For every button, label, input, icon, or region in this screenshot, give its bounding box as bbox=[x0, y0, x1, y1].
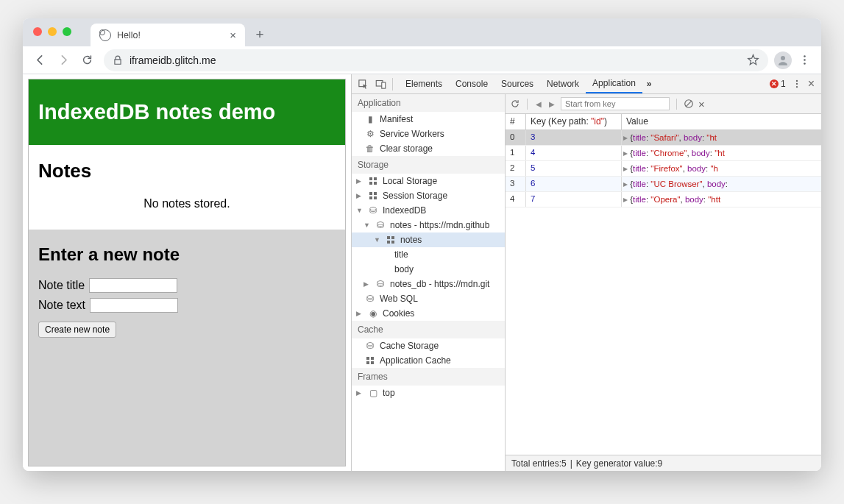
tab-sources[interactable]: Sources bbox=[494, 74, 540, 93]
devtools-tabbar: Elements Console Sources Network Applica… bbox=[352, 74, 821, 94]
section-frames: Frames bbox=[352, 368, 505, 386]
devtools: Elements Console Sources Network Applica… bbox=[351, 74, 821, 471]
profile-button[interactable] bbox=[774, 52, 792, 69]
sidebar-item-app-cache[interactable]: Application Cache bbox=[352, 353, 505, 368]
browser-tab[interactable]: Hello! × bbox=[91, 24, 245, 46]
grid-icon bbox=[368, 192, 378, 199]
grid-icon bbox=[386, 236, 396, 244]
devtools-tabs: Elements Console Sources Network Applica… bbox=[399, 74, 642, 93]
tab-title: Hello! bbox=[117, 30, 141, 40]
maximize-window-button[interactable] bbox=[63, 27, 71, 36]
sidebar-item-cache-storage[interactable]: ⛁Cache Storage bbox=[352, 338, 505, 353]
menu-button[interactable] bbox=[793, 49, 815, 71]
application-sidebar: Application ▮Manifest ⚙Service Workers 🗑… bbox=[352, 94, 506, 471]
file-icon: ▮ bbox=[365, 114, 375, 124]
svg-point-8 bbox=[795, 83, 797, 85]
sidebar-item-clear-storage[interactable]: 🗑Clear storage bbox=[352, 141, 505, 156]
reload-button[interactable] bbox=[76, 49, 98, 71]
sidebar-item-manifest[interactable]: ▮Manifest bbox=[352, 112, 505, 127]
device-toolbar-button[interactable] bbox=[372, 74, 389, 93]
sidebar-item-index-title[interactable]: title bbox=[352, 247, 505, 262]
svg-point-9 bbox=[795, 86, 797, 88]
col-index: # bbox=[506, 114, 526, 129]
close-tab-button[interactable]: × bbox=[230, 29, 236, 41]
form-section: Enter a new note Note title Note text Cr… bbox=[29, 230, 345, 466]
sidebar-item-db-notes[interactable]: ▼⛁notes - https://mdn.github bbox=[352, 218, 505, 233]
create-note-button[interactable]: Create new note bbox=[38, 322, 116, 338]
database-icon: ⛁ bbox=[365, 294, 375, 304]
note-title-label: Note title bbox=[38, 279, 85, 292]
more-tabs-button[interactable]: » bbox=[642, 79, 656, 89]
sidebar-item-local-storage[interactable]: ▶Local Storage bbox=[352, 174, 505, 188]
svg-rect-6 bbox=[381, 82, 385, 88]
minimize-window-button[interactable] bbox=[48, 27, 57, 36]
traffic-lights bbox=[33, 27, 71, 36]
database-icon: ⛁ bbox=[375, 279, 386, 289]
devtools-close-button[interactable]: × bbox=[808, 77, 815, 90]
key-generator-value: 9 bbox=[658, 458, 663, 469]
reload-icon[interactable] bbox=[510, 99, 520, 109]
note-text-input[interactable] bbox=[90, 298, 178, 313]
prev-page-button[interactable]: ◀ bbox=[534, 100, 543, 108]
tab-network[interactable]: Network bbox=[540, 74, 586, 93]
back-button[interactable] bbox=[29, 49, 51, 71]
tab-application[interactable]: Application bbox=[586, 74, 642, 93]
url-text: iframeidb.glitch.me bbox=[130, 54, 216, 66]
table-row[interactable]: 0 3 ▸ {title: "Safari", body: "ht bbox=[506, 130, 821, 146]
table-row[interactable]: 1 4 ▸ {title: "Chrome", body: "ht bbox=[506, 146, 821, 161]
table-row[interactable]: 3 6 ▸ {title: "UC Browser", body: bbox=[506, 177, 821, 192]
close-window-button[interactable] bbox=[33, 27, 42, 36]
svg-point-1 bbox=[804, 55, 806, 57]
sidebar-item-indexeddb[interactable]: ▼⛁IndexedDB bbox=[352, 203, 505, 218]
delete-button[interactable]: × bbox=[698, 98, 705, 110]
note-title-input[interactable] bbox=[89, 278, 177, 293]
cookie-icon: ◉ bbox=[368, 308, 378, 319]
table-row[interactable]: 2 5 ▸ {title: "Firefox", body: "h bbox=[506, 161, 821, 177]
gear-icon: ⚙ bbox=[365, 129, 375, 139]
toolbar: iframeidb.glitch.me bbox=[23, 46, 821, 74]
error-count[interactable]: ✕1 bbox=[770, 79, 786, 89]
sidebar-item-top[interactable]: ▶▢top bbox=[352, 386, 505, 400]
note-text-label: Note text bbox=[38, 299, 85, 312]
clear-store-button[interactable] bbox=[684, 99, 694, 109]
tab-elements[interactable]: Elements bbox=[399, 74, 449, 93]
globe-icon bbox=[99, 29, 111, 41]
notes-heading: Notes bbox=[38, 160, 336, 182]
new-tab-button[interactable]: + bbox=[249, 24, 270, 45]
sidebar-item-store-notes[interactable]: ▼notes bbox=[352, 233, 505, 247]
trash-icon: 🗑 bbox=[365, 143, 375, 154]
sidebar-item-service-workers[interactable]: ⚙Service Workers bbox=[352, 127, 505, 141]
sidebar-item-db-notesdb[interactable]: ▶⛁notes_db - https://mdn.git bbox=[352, 277, 505, 291]
grid-icon bbox=[368, 177, 378, 185]
database-icon: ⛁ bbox=[368, 205, 378, 216]
address-bar[interactable]: iframeidb.glitch.me bbox=[104, 49, 768, 71]
notes-empty-text: No notes stored. bbox=[38, 196, 336, 224]
sidebar-item-index-body[interactable]: body bbox=[352, 262, 505, 277]
lock-icon bbox=[113, 55, 123, 65]
titlebar: Hello! × + bbox=[23, 18, 821, 46]
start-key-input[interactable] bbox=[561, 97, 670, 110]
table-header: # Key (Key path: "id") Value bbox=[506, 114, 821, 130]
sidebar-item-session-storage[interactable]: ▶Session Storage bbox=[352, 188, 505, 203]
table-row[interactable]: 4 7 ▸ {title: "Opera", body: "htt bbox=[506, 192, 821, 207]
indexeddb-toolbar: ◀ ▶ × bbox=[506, 94, 821, 114]
page-container: IndexedDB notes demo Notes No notes stor… bbox=[28, 79, 346, 466]
svg-point-0 bbox=[781, 56, 785, 60]
sidebar-item-websql[interactable]: ⛁Web SQL bbox=[352, 291, 505, 306]
col-value: Value bbox=[622, 114, 821, 129]
devtools-menu-button[interactable] bbox=[792, 79, 802, 89]
database-icon: ⛁ bbox=[365, 341, 375, 351]
sidebar-item-cookies[interactable]: ▶◉Cookies bbox=[352, 306, 505, 321]
total-entries: 5 bbox=[561, 458, 567, 469]
notes-section: Notes No notes stored. bbox=[29, 145, 345, 230]
database-icon: ⛁ bbox=[375, 220, 386, 230]
frame-icon: ▢ bbox=[368, 388, 378, 398]
inspect-element-button[interactable] bbox=[354, 74, 372, 93]
svg-line-11 bbox=[686, 101, 692, 107]
next-page-button[interactable]: ▶ bbox=[547, 100, 556, 108]
web-page: IndexedDB notes demo Notes No notes stor… bbox=[23, 74, 351, 471]
tab-console[interactable]: Console bbox=[449, 74, 494, 93]
chrome-window: Hello! × + iframeidb.glitch.me bbox=[23, 18, 821, 471]
forward-button[interactable] bbox=[52, 49, 74, 71]
star-icon[interactable] bbox=[747, 54, 759, 66]
